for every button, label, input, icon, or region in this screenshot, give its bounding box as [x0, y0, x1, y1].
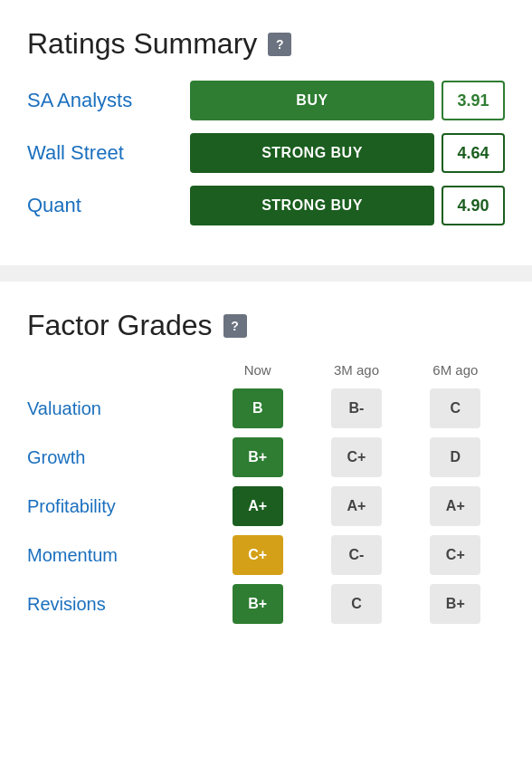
grade-row: Profitability A+ A+ A+ [27, 486, 505, 526]
grades-header-row: Now 3M ago 6M ago [27, 362, 505, 378]
grade-cell-6m-4: B+ [406, 584, 505, 624]
grade-badge-6m-3: C+ [430, 535, 480, 575]
rating-label-1[interactable]: Wall Street [27, 141, 190, 165]
grade-badge-now-0: B [233, 388, 283, 428]
grades-help-icon[interactable]: ? [223, 314, 247, 338]
grades-header: Factor Grades ? [27, 309, 505, 342]
rating-score-2: 4.90 [442, 186, 505, 225]
grade-cell-now-0: B [208, 388, 307, 428]
rating-badge-1: STRONG BUY [190, 133, 434, 173]
grade-cell-3m-4: C [307, 584, 405, 624]
grade-name-0[interactable]: Valuation [27, 398, 208, 419]
grade-badge-6m-4: B+ [430, 584, 480, 624]
ratings-rows: SA Analysts BUY 3.91 Wall Street STRONG … [27, 81, 505, 225]
grade-badge-now-3: C+ [233, 535, 283, 575]
divider-band [0, 265, 532, 282]
grade-name-4[interactable]: Revisions [27, 594, 208, 615]
grade-cell-6m-1: D [406, 437, 505, 477]
grades-col-now-header: Now [208, 362, 307, 378]
ratings-header: Ratings Summary ? [27, 27, 505, 61]
grade-cell-6m-2: A+ [406, 486, 505, 526]
grades-title: Factor Grades [27, 309, 213, 342]
grade-name-1[interactable]: Growth [27, 447, 208, 468]
grade-cell-3m-0: B- [307, 388, 405, 428]
ratings-help-icon[interactable]: ? [268, 33, 291, 56]
grade-badge-now-2: A+ [233, 486, 283, 526]
rating-label-2[interactable]: Quant [27, 194, 190, 217]
grades-table: Now 3M ago 6M ago Valuation B B- C Growt… [27, 362, 505, 624]
grade-cell-3m-1: C+ [307, 437, 405, 477]
grade-cell-now-3: C+ [208, 535, 307, 575]
rating-label-0[interactable]: SA Analysts [27, 89, 190, 112]
grade-badge-6m-1: D [430, 437, 480, 477]
grade-badge-3m-4: C [331, 584, 382, 624]
grade-name-3[interactable]: Momentum [27, 545, 208, 566]
grade-badge-now-4: B+ [233, 584, 283, 624]
grades-section: Factor Grades ? Now 3M ago 6M ago Valuat… [0, 282, 532, 660]
grade-cell-now-1: B+ [208, 437, 307, 477]
grade-badge-3m-0: B- [331, 388, 382, 428]
rating-row: Quant STRONG BUY 4.90 [27, 186, 505, 225]
grade-badge-now-1: B+ [233, 437, 283, 477]
rating-row: SA Analysts BUY 3.91 [27, 81, 505, 120]
rating-score-0: 3.91 [442, 81, 505, 120]
grade-rows: Valuation B B- C Growth B+ C+ D Profitab… [27, 388, 505, 624]
grade-name-2[interactable]: Profitability [27, 496, 208, 517]
grade-row: Revisions B+ C B+ [27, 584, 505, 624]
grade-cell-6m-0: C [406, 388, 505, 428]
grade-row: Momentum C+ C- C+ [27, 535, 505, 575]
grade-row: Growth B+ C+ D [27, 437, 505, 477]
rating-score-1: 4.64 [442, 133, 505, 173]
rating-badge-2: STRONG BUY [190, 186, 434, 225]
rating-badge-0: BUY [190, 81, 434, 120]
grade-badge-3m-2: A+ [331, 486, 382, 526]
grades-col-3m-header: 3M ago [307, 362, 405, 378]
grade-cell-3m-2: A+ [307, 486, 405, 526]
grade-cell-now-2: A+ [208, 486, 307, 526]
grade-badge-3m-1: C+ [331, 437, 382, 477]
grade-cell-6m-3: C+ [406, 535, 505, 575]
grade-cell-3m-3: C- [307, 535, 405, 575]
rating-row: Wall Street STRONG BUY 4.64 [27, 133, 505, 173]
ratings-section: Ratings Summary ? SA Analysts BUY 3.91 W… [0, 0, 532, 265]
grades-col-6m-header: 6M ago [406, 362, 505, 378]
grade-badge-6m-2: A+ [430, 486, 480, 526]
ratings-title: Ratings Summary [27, 27, 257, 61]
grade-cell-now-4: B+ [208, 584, 307, 624]
grade-badge-3m-3: C- [331, 535, 382, 575]
grade-row: Valuation B B- C [27, 388, 505, 428]
grade-badge-6m-0: C [430, 388, 480, 428]
